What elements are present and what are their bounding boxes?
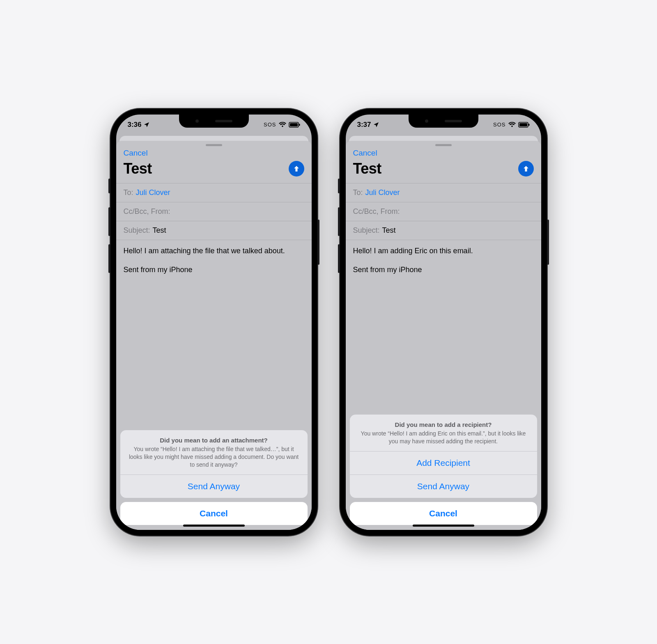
- cc-bcc-label: Cc/Bcc, From:: [353, 207, 400, 216]
- body-signature: Sent from my iPhone: [353, 265, 534, 275]
- action-sheet-cancel-button[interactable]: Cancel: [120, 502, 308, 525]
- wifi-icon: [508, 122, 516, 128]
- action-sheet-title: Did you mean to add a recipient?: [358, 421, 529, 428]
- iphone-frame: 3:36 SOS Cancel Test: [110, 109, 317, 536]
- to-recipient[interactable]: Juli Clover: [136, 188, 170, 197]
- to-label: To:: [124, 188, 133, 197]
- side-button[interactable]: [317, 220, 319, 265]
- volume-down-button[interactable]: [108, 244, 110, 273]
- location-icon: [373, 121, 379, 128]
- notch: [409, 115, 478, 128]
- action-sheet: Did you mean to add an attachment? You w…: [120, 430, 308, 525]
- screen: 3:37 SOS Cancel Test: [346, 115, 541, 530]
- add-recipient-button[interactable]: Add Recipient: [350, 451, 537, 474]
- status-sos: SOS: [493, 121, 505, 128]
- compose-cancel-button[interactable]: Cancel: [353, 149, 377, 158]
- cc-bcc-label: Cc/Bcc, From:: [124, 207, 170, 216]
- notch: [179, 115, 249, 128]
- send-anyway-button[interactable]: Send Anyway: [120, 474, 308, 498]
- status-sos: SOS: [264, 121, 276, 128]
- battery-icon: [518, 122, 530, 128]
- subject-field[interactable]: Subject: Test: [346, 221, 541, 240]
- body-line: Hello! I am attaching the file that we t…: [124, 246, 304, 256]
- home-indicator[interactable]: [413, 525, 474, 527]
- action-sheet-cancel-button[interactable]: Cancel: [350, 502, 537, 525]
- svg-rect-1: [290, 123, 298, 126]
- action-sheet-title: Did you mean to add an attachment?: [129, 437, 299, 444]
- action-sheet: Did you mean to add a recipient? You wro…: [350, 415, 537, 525]
- action-sheet-header: Did you mean to add an attachment? You w…: [120, 430, 308, 474]
- body-signature: Sent from my iPhone: [124, 265, 304, 275]
- location-icon: [143, 121, 150, 128]
- ringer-switch[interactable]: [108, 179, 110, 193]
- to-field[interactable]: To: Juli Clover: [116, 183, 312, 202]
- svg-rect-4: [519, 123, 527, 126]
- compose-cancel-button[interactable]: Cancel: [124, 149, 148, 158]
- svg-rect-2: [299, 124, 300, 126]
- volume-up-button[interactable]: [108, 207, 110, 236]
- to-label: To:: [353, 188, 363, 197]
- to-field[interactable]: To: Juli Clover: [346, 183, 541, 202]
- status-time: 3:36: [128, 121, 142, 129]
- cc-bcc-field[interactable]: Cc/Bcc, From:: [346, 202, 541, 221]
- battery-icon: [289, 122, 300, 128]
- arrow-up-icon: [522, 165, 530, 173]
- action-sheet-group: Did you mean to add a recipient? You wro…: [350, 415, 537, 498]
- body-line: Hello! I am adding Eric on this email.: [353, 246, 534, 256]
- send-button[interactable]: [289, 161, 304, 176]
- subject-field[interactable]: Subject: Test: [116, 221, 312, 240]
- subject-label: Subject:: [353, 226, 380, 235]
- subject-value: Test: [153, 226, 166, 235]
- home-indicator[interactable]: [183, 525, 245, 527]
- send-anyway-button[interactable]: Send Anyway: [350, 474, 537, 498]
- cc-bcc-field[interactable]: Cc/Bcc, From:: [116, 202, 312, 221]
- subject-label: Subject:: [124, 226, 150, 235]
- volume-down-button[interactable]: [338, 244, 340, 273]
- action-sheet-message: You wrote “Hello! I am adding Eric on th…: [358, 430, 529, 445]
- iphone-frame: 3:37 SOS Cancel Test: [340, 109, 547, 536]
- to-recipient[interactable]: Juli Clover: [365, 188, 400, 197]
- wifi-icon: [279, 122, 286, 128]
- screen: 3:36 SOS Cancel Test: [116, 115, 312, 530]
- side-button[interactable]: [547, 220, 549, 265]
- action-sheet-message: You wrote “Hello! I am attaching the fil…: [129, 445, 299, 469]
- action-sheet-group: Did you mean to add an attachment? You w…: [120, 430, 308, 498]
- volume-up-button[interactable]: [338, 207, 340, 236]
- action-sheet-header: Did you mean to add a recipient? You wro…: [350, 415, 537, 451]
- compose-title: Test: [353, 160, 381, 177]
- arrow-up-icon: [292, 165, 301, 173]
- compose-title: Test: [124, 160, 152, 177]
- send-button[interactable]: [518, 161, 534, 176]
- subject-value: Test: [382, 226, 396, 235]
- sheet-grabber[interactable]: [435, 144, 452, 146]
- ringer-switch[interactable]: [338, 179, 340, 193]
- status-time: 3:37: [357, 121, 371, 129]
- svg-rect-5: [528, 124, 530, 126]
- sheet-grabber[interactable]: [206, 144, 222, 146]
